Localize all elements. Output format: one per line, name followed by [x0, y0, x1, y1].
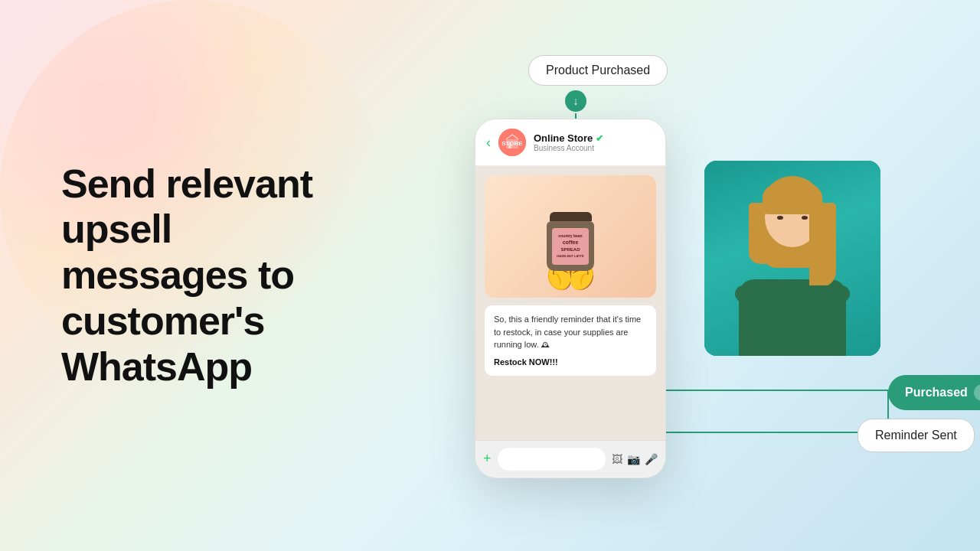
chat-input[interactable]	[498, 448, 606, 471]
phone-mockup: ‹ STORE Online Store ✔	[475, 119, 666, 478]
store-name-text: Online Store	[534, 132, 593, 144]
headline-line2: messages to	[61, 253, 294, 297]
purchased-check-icon: ✓	[974, 384, 980, 401]
input-icons: 🖼 📷 🎤	[612, 453, 658, 465]
content-wrapper: Send relevant upsell messages to custome…	[0, 0, 980, 551]
purchased-label: Purchased	[905, 386, 968, 399]
svg-rect-6	[506, 139, 518, 148]
trigger-node-label: Product Purchased	[546, 64, 650, 77]
gallery-icon: 🖼	[612, 453, 622, 465]
camera-icon: 📷	[627, 453, 640, 465]
message-bubble: So, this a friendly reminder that it's t…	[485, 305, 656, 376]
phone-input-bar: + 🖼 📷 🎤	[475, 440, 665, 477]
phone-chat-area: 🤲 country beancoffeeSPREADHAZELNUT LATTE	[475, 166, 665, 440]
arrow-down-icon: ↓	[573, 95, 579, 107]
phone-header: ‹ STORE Online Store ✔	[475, 119, 665, 166]
reminder-sent-label: Reminder Sent	[875, 429, 957, 442]
store-info: Online Store ✔ Business Account	[534, 132, 655, 152]
product-image-bubble: 🤲 country beancoffeeSPREADHAZELNUT LATTE	[485, 175, 656, 298]
right-section: Product Purchased ↓ ‹ STORE	[398, 0, 980, 551]
main-headline: Send relevant upsell messages to custome…	[61, 161, 337, 390]
headline-line3: customer's WhatsApp	[61, 298, 264, 389]
person-figure	[704, 161, 880, 356]
left-section: Send relevant upsell messages to custome…	[0, 116, 398, 436]
trigger-node: Product Purchased	[528, 55, 668, 86]
person-photo	[704, 161, 880, 356]
svg-rect-7	[508, 143, 511, 148]
store-avatar: STORE	[498, 129, 526, 156]
store-name-row: Online Store ✔	[534, 132, 655, 144]
headline-line1: Send relevant upsell	[61, 161, 312, 252]
mic-icon: 🎤	[645, 453, 658, 465]
verified-icon: ✔	[596, 133, 603, 144]
restock-cta: Restock NOW!!!	[494, 356, 647, 369]
message-text: So, this a friendly reminder that it's t…	[494, 313, 647, 351]
trigger-arrow: ↓	[565, 90, 586, 112]
back-arrow-icon[interactable]: ‹	[486, 135, 491, 151]
store-subtitle: Business Account	[534, 144, 655, 152]
plus-icon[interactable]: +	[483, 451, 492, 467]
reminder-sent-node: Reminder Sent	[858, 419, 975, 452]
purchased-node: Purchased ✓	[888, 375, 980, 410]
product-image: 🤲 country beancoffeeSPREADHAZELNUT LATTE	[485, 175, 656, 298]
